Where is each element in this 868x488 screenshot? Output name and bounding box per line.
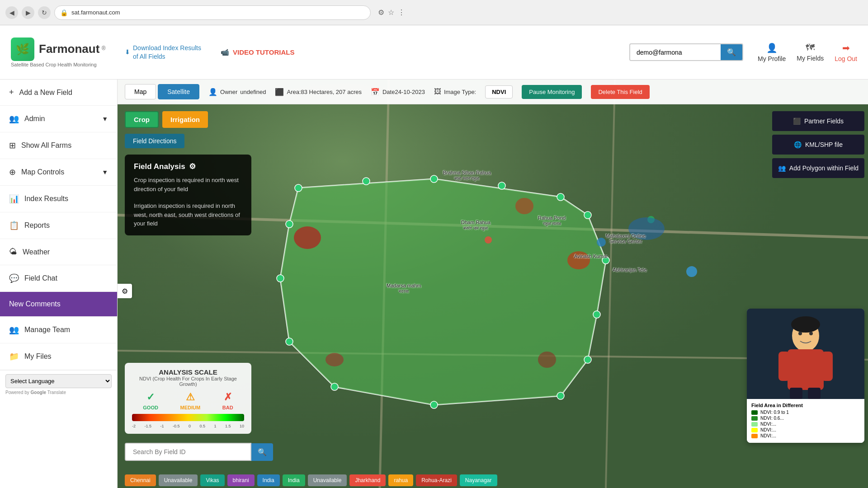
ndvi-badge[interactable]: NDVI: [485, 85, 513, 99]
map-tab-satellite[interactable]: Satellite: [158, 84, 199, 99]
sidebar-item-field-chat[interactable]: 💬 Field Chat: [0, 265, 117, 292]
logo-reg: ®: [102, 45, 106, 52]
svg-point-23: [286, 338, 293, 345]
sidebar-item-manage-team[interactable]: 👥 Manage Team: [0, 317, 117, 343]
reports-icon: 📋: [9, 221, 19, 230]
sidebar-item-index-results[interactable]: 📊 Index Results: [0, 186, 117, 212]
map-container[interactable]: Map Satellite 👤 Owner undefined ⬛ Area:8…: [118, 80, 868, 488]
svg-point-41: [809, 332, 813, 335]
header-nav: 👤 My Profile 🗺 My Fields ➡ Log Out: [758, 42, 857, 62]
add-polygon-label: Add Polygon within Field: [789, 164, 859, 172]
my-profile-button[interactable]: 👤 My Profile: [758, 42, 786, 62]
pause-monitoring-button[interactable]: Pause Monitoring: [522, 85, 582, 99]
browser-bar: ◀ ▶ ↻ 🔒 sat.farmonaut.com ⚙ ☆ ⋮: [0, 0, 868, 25]
svg-point-12: [363, 178, 370, 185]
good-label: GOOD: [143, 405, 158, 410]
url-display: sat.farmonaut.com: [71, 9, 120, 16]
scale-medium: ⚠ MEDIUM: [180, 391, 201, 410]
image-label: Image Type:: [444, 89, 476, 95]
right-panel: ⬛ Partner Fields 🌐 KML/SHP file 👥 Add Po…: [769, 80, 868, 182]
location-chip-7[interactable]: Jharkhand: [349, 474, 386, 486]
map-top-bar: Map Satellite 👤 Owner undefined ⬛ Area:8…: [118, 80, 868, 104]
field-id-search-input[interactable]: [125, 443, 251, 461]
add-field-label: Add a New Field: [19, 89, 72, 97]
tutorials-button[interactable]: 📹 VIDEO TUTORIALS: [221, 48, 294, 56]
sidebar-item-show-farms[interactable]: ⊞ Show All Farms: [0, 132, 117, 159]
field-analysis-icon: ⚙: [189, 162, 196, 171]
map-date: 📅 Date24-10-2023: [371, 88, 425, 96]
location-chip-2[interactable]: Vikas: [200, 474, 224, 486]
svg-point-16: [584, 211, 591, 219]
svg-point-6: [294, 226, 321, 249]
svg-point-9: [326, 353, 344, 366]
map-controls-chevron: ▼: [102, 169, 108, 176]
refresh-button[interactable]: ↻: [38, 6, 51, 19]
back-button[interactable]: ◀: [5, 6, 18, 19]
field-chat-label: Field Chat: [24, 274, 57, 282]
add-polygon-icon: 👥: [778, 164, 786, 172]
location-chip-0[interactable]: Chennai: [125, 474, 156, 486]
tutorials-label: VIDEO TUTORIALS: [233, 48, 294, 56]
location-chip-4[interactable]: India: [257, 474, 280, 486]
delete-field-button[interactable]: Delete This Field: [591, 85, 649, 99]
header-search: 🔍: [629, 43, 743, 61]
crop-tab-button[interactable]: Crop: [125, 111, 159, 128]
map-view-tabs: Map Satellite: [125, 84, 199, 99]
location-chip-1[interactable]: Unavailable: [159, 474, 198, 486]
language-select[interactable]: Select Language: [5, 374, 112, 388]
admin-label: Admin: [24, 115, 45, 123]
my-fields-button[interactable]: 🗺 My Fields: [797, 42, 824, 62]
admin-chevron: ▼: [102, 115, 108, 122]
weather-icon: 🌤: [9, 247, 17, 257]
sidebar-item-admin[interactable]: 👥 Admin ▼: [0, 106, 117, 132]
good-icon: ✓: [146, 391, 155, 403]
irrigation-tab-button[interactable]: Irrigation: [162, 111, 208, 128]
sidebar: + Add a New Field 👥 Admin ▼ ⊞ Show All F…: [0, 80, 118, 488]
manage-team-icon: 👥: [9, 325, 19, 335]
header-search-button[interactable]: 🔍: [721, 44, 742, 60]
my-files-label: My Files: [24, 352, 52, 361]
owner-value: undefined: [240, 89, 266, 95]
map-image-type: 🖼 Image Type:: [434, 88, 476, 96]
map-controls-toggle[interactable]: ⚙: [118, 284, 132, 298]
field-directions-button[interactable]: Field Directions: [125, 134, 184, 148]
date-icon: 📅: [371, 88, 380, 96]
download-button[interactable]: ⬇ Download Index Results of All Fields: [125, 44, 206, 60]
tutorials-icon: 📹: [221, 48, 229, 56]
location-chip-9[interactable]: Rohua-Arazi: [416, 474, 457, 486]
app-header: 🌿 Farmonaut ® Satellite Based Crop Healt…: [0, 25, 868, 80]
kml-shp-button[interactable]: 🌐 KML/SHP file: [772, 135, 864, 155]
location-chip-5[interactable]: India: [283, 474, 305, 486]
field-id-search-button[interactable]: 🔍: [251, 443, 273, 461]
log-out-button[interactable]: ➡ Log Out: [835, 42, 857, 62]
add-field-icon: +: [9, 88, 14, 97]
svg-rect-34: [788, 349, 824, 390]
header-search-input[interactable]: [630, 45, 721, 60]
bookmark-icon[interactable]: ☆: [388, 8, 394, 17]
forward-button[interactable]: ▶: [22, 6, 34, 19]
sidebar-item-my-files[interactable]: 📁 My Files: [0, 343, 117, 370]
legend-label-4: NDVI:...: [760, 433, 776, 438]
bad-icon: ✗: [224, 391, 232, 403]
date-value: Date24-10-2023: [382, 89, 425, 95]
partner-fields-button[interactable]: ⬛ Partner Fields: [772, 111, 864, 131]
sidebar-item-map-controls[interactable]: ⊕ Map Controls ▼: [0, 159, 117, 186]
add-polygon-button[interactable]: 👥 Add Polygon within Field: [772, 158, 864, 178]
more-icon[interactable]: ⋮: [398, 8, 405, 17]
location-chip-10[interactable]: Nayanagar: [460, 474, 497, 486]
sidebar-item-reports[interactable]: 📋 Reports: [0, 212, 117, 239]
extensions-icon[interactable]: ⚙: [378, 8, 384, 17]
sidebar-item-new-comments[interactable]: New Comments: [0, 292, 117, 317]
location-chip-6[interactable]: Unavailable: [308, 474, 347, 486]
location-chip-3[interactable]: bhirani: [227, 474, 255, 486]
sidebar-item-weather[interactable]: 🌤 Weather: [0, 239, 117, 265]
svg-point-30: [628, 217, 665, 240]
partner-fields-label: Partner Fields: [804, 117, 844, 125]
medium-label: MEDIUM: [180, 405, 201, 410]
sidebar-item-add-field[interactable]: + Add a New Field: [0, 80, 117, 106]
location-chip-8[interactable]: rahua: [388, 474, 413, 486]
map-tab-map[interactable]: Map: [125, 84, 156, 99]
svg-point-15: [557, 193, 564, 201]
logo-subtitle: Satellite Based Crop Health Monitoring: [11, 62, 110, 67]
legend-color-1: [751, 416, 758, 421]
